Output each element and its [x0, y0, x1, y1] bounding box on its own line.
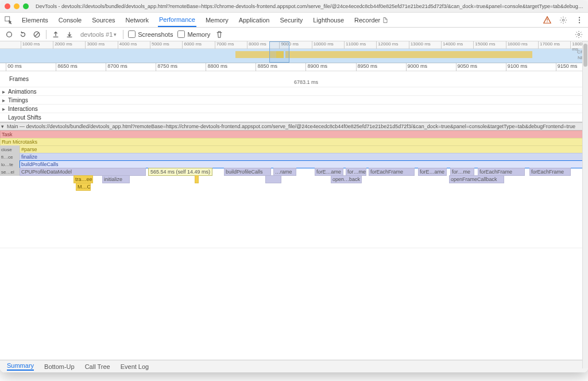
- svg-rect-1: [547, 18, 547, 21]
- track-headers: Frames 6783.1 ms ▸Animations ▸Timings ▸I…: [0, 71, 588, 122]
- tab-performance[interactable]: Performance: [158, 13, 196, 27]
- flame-for7[interactable]: forEachFrame: [478, 168, 525, 176]
- svg-line-9: [35, 32, 39, 36]
- flame-initialize[interactable]: initialize: [102, 175, 130, 183]
- overview-cpu-lane: [0, 49, 588, 62]
- record-icon[interactable]: [5, 30, 14, 39]
- flame-for2[interactable]: forE…ame: [315, 168, 343, 176]
- flame-side-close: close: [0, 145, 20, 153]
- settings-icon[interactable]: [559, 16, 567, 24]
- flame-for3[interactable]: for…me: [346, 168, 366, 176]
- flame-build2[interactable]: buildProfileCalls: [224, 168, 271, 176]
- tab-console[interactable]: Console: [57, 13, 83, 27]
- flame-side-lo: lo…te: [0, 160, 20, 168]
- overview-ruler: 1000 ms 2000 ms 3000 ms 4000 ms 5000 ms …: [0, 41, 588, 49]
- profile-selector[interactable]: devtools #1 ▾: [79, 30, 118, 39]
- flame-openframe[interactable]: openFrameCallback: [449, 175, 504, 183]
- overview-selection[interactable]: [269, 41, 289, 63]
- tab-security[interactable]: Security: [278, 13, 304, 27]
- close-icon[interactable]: [5, 3, 10, 9]
- flame-side-fi: fi…ce: [0, 153, 20, 161]
- svg-point-3: [562, 19, 564, 21]
- flame-for5[interactable]: forE…ame: [418, 168, 447, 176]
- main-thread-header[interactable]: ▾ Main — devtools://devtools/bundled/dev…: [0, 122, 588, 130]
- chevron-right-icon: ▸: [2, 88, 7, 95]
- memory-checkbox[interactable]: Memory: [177, 30, 210, 38]
- flame-open[interactable]: open…back: [331, 175, 362, 183]
- tab-call-tree[interactable]: Call Tree: [85, 363, 110, 370]
- flame-for6[interactable]: for…me: [450, 168, 474, 176]
- flame-small-1[interactable]: [195, 175, 199, 183]
- performance-toolbar: devtools #1 ▾ Screenshots Memory: [0, 28, 588, 41]
- profile-selector-label: devtools #1: [80, 31, 113, 38]
- flame-build-profile-calls[interactable]: buildProfileCalls: [20, 160, 588, 168]
- vertical-scrollbar[interactable]: [582, 41, 588, 368]
- maximize-icon[interactable]: [23, 3, 29, 9]
- flame-for4[interactable]: forEachFrame: [369, 168, 415, 176]
- flame-for1[interactable]: …rame: [273, 168, 296, 176]
- detail-ruler[interactable]: 00 ms 8650 ms 8700 ms 8750 ms 8800 ms 88…: [0, 63, 588, 71]
- track-animations[interactable]: ▸Animations: [0, 87, 588, 96]
- tab-recorder[interactable]: Recorder: [353, 13, 390, 27]
- flame-tra[interactable]: tra…ee: [74, 175, 93, 183]
- flame-tooltip: 565.54 ms (self 14.49 ms): [148, 168, 212, 176]
- tab-application[interactable]: Application: [238, 13, 271, 27]
- tab-sources[interactable]: Sources: [91, 13, 116, 27]
- tab-memory[interactable]: Memory: [204, 13, 230, 27]
- chevron-right-icon: ▸: [2, 97, 7, 103]
- download-icon[interactable]: [65, 30, 74, 39]
- tab-lighthouse[interactable]: Lighthouse: [312, 13, 345, 27]
- chevron-down-icon: ▾: [114, 32, 117, 37]
- flame-finalize[interactable]: finalize: [20, 153, 588, 161]
- details-tabs: Summary Bottom-Up Call Tree Event Log: [0, 360, 588, 372]
- titlebar: DevTools - devtools://devtools/bundled/d…: [0, 0, 588, 13]
- flame-task[interactable]: Task: [0, 130, 588, 138]
- track-layout-shifts[interactable]: Layout Shifts: [0, 113, 588, 122]
- screenshots-checkbox[interactable]: Screenshots: [128, 30, 173, 38]
- inspect-icon[interactable]: [5, 16, 13, 24]
- minimize-icon[interactable]: [14, 3, 20, 9]
- tab-elements[interactable]: Elements: [21, 13, 49, 27]
- tab-summary[interactable]: Summary: [7, 362, 34, 371]
- flame-run-microtasks[interactable]: Run Microtasks: [0, 138, 588, 146]
- overview-timeline[interactable]: 1000 ms 2000 ms 3000 ms 4000 ms 5000 ms …: [0, 41, 588, 63]
- track-interactions[interactable]: ▸Interactions: [0, 105, 588, 113]
- svg-point-10: [578, 33, 580, 36]
- scrollbar-thumb[interactable]: [583, 44, 587, 67]
- trash-icon[interactable]: [215, 30, 224, 39]
- svg-point-6: [579, 22, 580, 23]
- chevron-right-icon: ▸: [2, 106, 7, 112]
- track-frames[interactable]: Frames 6783.1 ms: [0, 71, 588, 87]
- issues-icon[interactable]: [543, 16, 551, 24]
- flame-chart[interactable]: Task Run Microtasks close #parse fi…ce f…: [0, 130, 588, 248]
- flame-cpuprofile[interactable]: CPUProfileDataModel: [20, 168, 146, 176]
- svg-point-4: [579, 17, 580, 18]
- flame-for8[interactable]: forEachFrame: [529, 168, 571, 176]
- svg-point-7: [7, 32, 12, 37]
- tab-event-log[interactable]: Event Log: [121, 363, 149, 370]
- chevron-down-icon: ▾: [1, 124, 7, 129]
- panel-tabs: Elements Console Sources Network Perform…: [0, 13, 588, 28]
- window-title: DevTools - devtools://devtools/bundled/d…: [36, 3, 583, 9]
- flame-parse[interactable]: #parse: [20, 145, 588, 153]
- frame-duration: 6783.1 ms: [294, 79, 318, 85]
- clear-icon[interactable]: [32, 30, 41, 39]
- tab-bottom-up[interactable]: Bottom-Up: [44, 363, 75, 370]
- upload-icon[interactable]: [51, 30, 60, 39]
- svg-point-5: [579, 19, 580, 20]
- more-icon[interactable]: [575, 16, 583, 24]
- flame-side-se: se…el: [0, 168, 20, 176]
- flame-mc[interactable]: M…C: [76, 183, 91, 191]
- svg-rect-2: [547, 21, 547, 22]
- tab-network[interactable]: Network: [125, 13, 150, 27]
- panel-settings-icon[interactable]: [574, 30, 583, 39]
- track-timings[interactable]: ▸Timings: [0, 96, 588, 105]
- reload-icon[interactable]: [18, 30, 28, 39]
- flame-tail: [0, 191, 588, 248]
- devtools-window: DevTools - devtools://devtools/bundled/d…: [0, 0, 588, 372]
- flame-small-2[interactable]: [265, 175, 281, 183]
